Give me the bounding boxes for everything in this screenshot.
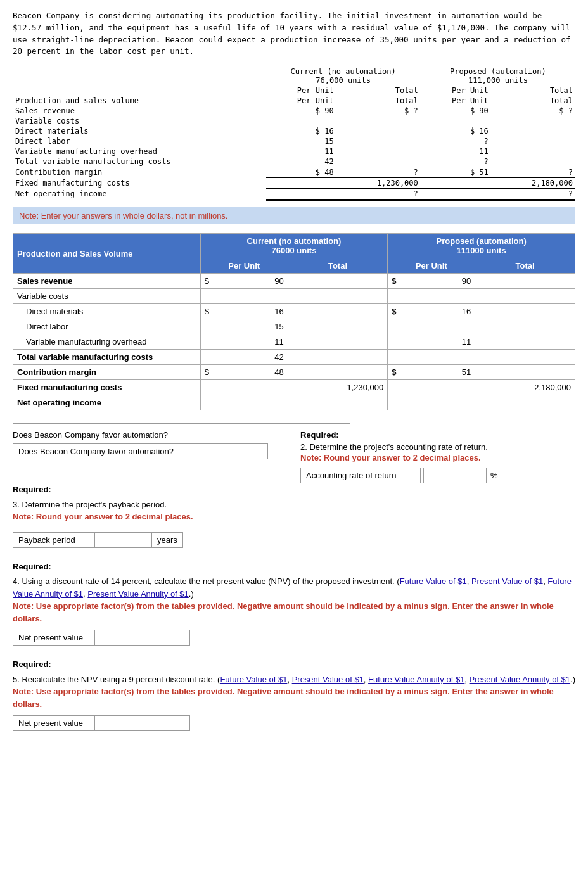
cu-unit-cell[interactable] bbox=[200, 319, 288, 334]
pu-total-cell[interactable] bbox=[475, 304, 575, 319]
cu-total-input[interactable] bbox=[292, 307, 384, 316]
cu-unit-input[interactable] bbox=[206, 352, 284, 362]
cu-unit-cell[interactable]: $ bbox=[200, 304, 288, 319]
pu-total-cell[interactable] bbox=[475, 350, 575, 365]
cu-total-cell[interactable] bbox=[288, 289, 388, 304]
cu-total-cell[interactable] bbox=[288, 365, 388, 380]
cu-unit-input[interactable] bbox=[210, 367, 284, 377]
summary-pu: $ 90 bbox=[421, 106, 491, 116]
pu-unit-input[interactable] bbox=[393, 291, 471, 301]
cu-unit-input[interactable] bbox=[206, 383, 284, 392]
pu-unit-cell[interactable] bbox=[388, 395, 475, 410]
cu-total-cell[interactable] bbox=[288, 350, 388, 365]
accounting-input[interactable] bbox=[426, 471, 483, 480]
link-fv1[interactable]: Future Value of $1 bbox=[400, 576, 467, 586]
link5-pva1[interactable]: Present Value Annuity of $1 bbox=[470, 675, 570, 684]
summary-pt: 2,180,000 bbox=[491, 178, 575, 189]
npv4-input[interactable] bbox=[98, 633, 187, 642]
pu-unit-cell[interactable] bbox=[388, 319, 475, 334]
cu-unit-input[interactable] bbox=[206, 337, 284, 347]
pu-unit-cell[interactable] bbox=[388, 289, 475, 304]
pu-total-input[interactable] bbox=[479, 276, 571, 286]
summary-label: Fixed manufacturing costs bbox=[13, 178, 266, 189]
cu-unit-cell[interactable] bbox=[200, 380, 288, 395]
link5-pv1[interactable]: Present Value of $1 bbox=[292, 675, 364, 684]
pu-unit-cell[interactable]: $ bbox=[388, 274, 475, 289]
pu-unit-input[interactable] bbox=[398, 307, 471, 316]
cu-unit-input[interactable] bbox=[210, 276, 284, 286]
right-col: Required: 2. Determine the project's acc… bbox=[300, 430, 575, 483]
pu-unit-input[interactable] bbox=[393, 337, 471, 347]
cu-unit-input[interactable] bbox=[206, 398, 284, 407]
pu-total-input[interactable] bbox=[479, 291, 571, 301]
pu-total-input[interactable] bbox=[479, 398, 571, 407]
pu-total-cell[interactable] bbox=[475, 319, 575, 334]
payback-input-box[interactable] bbox=[95, 532, 152, 548]
pu-total-cell[interactable] bbox=[475, 274, 575, 289]
pu-total-input[interactable] bbox=[479, 322, 571, 331]
pu-total-cell[interactable] bbox=[475, 289, 575, 304]
summary-pt bbox=[491, 156, 575, 167]
favor-input[interactable] bbox=[182, 447, 265, 456]
summary-pu: $ 51 bbox=[421, 167, 491, 178]
pu-total-input[interactable] bbox=[479, 367, 571, 377]
cu-total-cell[interactable] bbox=[288, 334, 388, 350]
cu-unit-cell[interactable]: $ bbox=[200, 365, 288, 380]
cu-unit-input[interactable] bbox=[206, 291, 284, 301]
pu-total-input[interactable] bbox=[479, 307, 571, 316]
pu-total-cell[interactable] bbox=[475, 334, 575, 350]
required-2-note: Note: Round your answer to 2 decimal pla… bbox=[300, 453, 575, 462]
cu-unit-cell[interactable] bbox=[200, 334, 288, 350]
main-header-production: Production and Sales Volume bbox=[13, 234, 201, 274]
cu-total-input[interactable] bbox=[292, 383, 384, 392]
section4-block: Required: 4. Using a discount rate of 14… bbox=[13, 561, 575, 625]
cu-total-input[interactable] bbox=[292, 337, 384, 347]
cu-total-input[interactable] bbox=[292, 276, 384, 286]
payback-input[interactable] bbox=[98, 535, 149, 545]
pu-total-input[interactable] bbox=[479, 383, 571, 392]
pu-unit-input[interactable] bbox=[393, 383, 471, 392]
pu-unit-cell[interactable] bbox=[388, 380, 475, 395]
cu-unit-cell[interactable]: $ bbox=[200, 274, 288, 289]
pu-unit-cell[interactable]: $ bbox=[388, 304, 475, 319]
pu-unit-cell[interactable] bbox=[388, 350, 475, 365]
cu-unit-cell[interactable] bbox=[200, 395, 288, 410]
favor-input-box[interactable] bbox=[179, 443, 268, 459]
pu-unit-input[interactable] bbox=[393, 352, 471, 362]
cu-total-cell[interactable] bbox=[288, 274, 388, 289]
pu-total-cell[interactable] bbox=[475, 395, 575, 410]
pu-total-input[interactable] bbox=[479, 352, 571, 362]
npv5-input[interactable] bbox=[98, 718, 187, 728]
accounting-input-box[interactable] bbox=[423, 468, 487, 483]
pu-unit-input[interactable] bbox=[398, 367, 471, 377]
link-pva1[interactable]: Present Value Annuity of $1 bbox=[87, 589, 188, 599]
pu-unit-cell[interactable]: $ bbox=[388, 365, 475, 380]
npv4-input-box[interactable] bbox=[95, 630, 190, 646]
cu-total-cell[interactable] bbox=[288, 304, 388, 319]
cu-unit-input[interactable] bbox=[206, 322, 284, 331]
cu-unit-cell[interactable] bbox=[200, 350, 288, 365]
link5-fv1[interactable]: Future Value of $1 bbox=[220, 675, 287, 684]
cu-unit-input[interactable] bbox=[210, 307, 284, 316]
cu-total-input[interactable] bbox=[292, 398, 384, 407]
link-pv1[interactable]: Present Value of $1 bbox=[471, 576, 543, 586]
pu-unit-input[interactable] bbox=[393, 398, 471, 407]
cu-total-input[interactable] bbox=[292, 322, 384, 331]
cu-total-cell[interactable] bbox=[288, 380, 388, 395]
pu-dollar: $ bbox=[392, 367, 396, 377]
pu-total-cell[interactable] bbox=[475, 380, 575, 395]
pu-unit-input[interactable] bbox=[393, 322, 471, 331]
pu-unit-cell[interactable] bbox=[388, 334, 475, 350]
npv5-input-box[interactable] bbox=[95, 715, 190, 731]
cu-total-input[interactable] bbox=[292, 352, 384, 362]
cu-total-input[interactable] bbox=[292, 291, 384, 301]
cu-total-cell[interactable] bbox=[288, 395, 388, 410]
cu-total-cell[interactable] bbox=[288, 319, 388, 334]
cu-total-input[interactable] bbox=[292, 367, 384, 377]
link5-fva1[interactable]: Future Value Annuity of $1 bbox=[368, 675, 464, 684]
cu-unit-cell[interactable] bbox=[200, 289, 288, 304]
pu-total-cell[interactable] bbox=[475, 365, 575, 380]
pu-unit-input[interactable] bbox=[398, 276, 471, 286]
required-2: Required: bbox=[300, 430, 575, 440]
pu-total-input[interactable] bbox=[479, 337, 571, 347]
